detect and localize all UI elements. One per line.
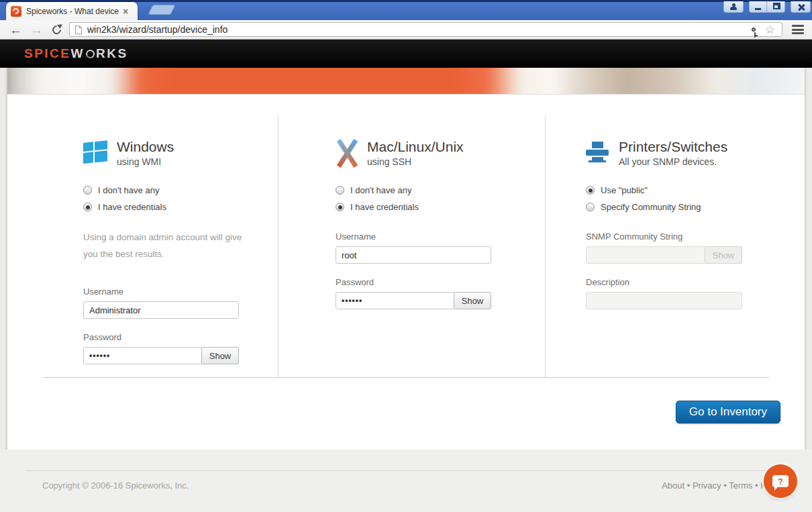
printer-icon	[586, 142, 610, 163]
blurred-banner-image	[7, 68, 805, 95]
browser-tab[interactable]: Spiceworks - What device inf ×	[6, 2, 138, 20]
radio-option-have-credentials[interactable]: I have credentials	[336, 202, 545, 212]
wizard-card: Windows using WMI I don't have any I hav…	[7, 68, 805, 450]
help-bubble-icon: ?	[772, 475, 789, 487]
radio-option-no-credentials[interactable]: I don't have any	[83, 185, 278, 195]
profile-button[interactable]	[723, 1, 744, 13]
close-icon	[797, 3, 805, 11]
spiceworks-logo: SPICEWRKS	[24, 46, 128, 61]
back-button[interactable]: ←	[9, 23, 22, 36]
radio-option-have-credentials[interactable]: I have credentials	[83, 202, 278, 212]
printers-switches-column: Printers/Switches All your SNMP devices.…	[546, 115, 805, 377]
column-title: Windows	[117, 139, 174, 155]
logo-o-icon	[85, 48, 96, 59]
radio-label: I have credentials	[98, 202, 166, 212]
radio-label: I have credentials	[350, 202, 419, 212]
minimize-button[interactable]	[749, 1, 767, 13]
page-icon	[75, 25, 82, 34]
osx-x-logo-icon	[336, 139, 358, 167]
url-text[interactable]: win2k3/wizard/startup/device_info	[87, 24, 752, 35]
footer-link-terms[interactable]: Terms	[721, 480, 753, 491]
person-icon	[729, 3, 738, 10]
radio-label: I don't have any	[350, 185, 411, 195]
radio-icon[interactable]	[586, 203, 595, 211]
help-fab-button[interactable]: ?	[764, 464, 797, 498]
radio-label: I don't have any	[98, 185, 159, 195]
radio-icon[interactable]	[336, 203, 344, 211]
radio-icon[interactable]	[586, 186, 595, 195]
restore-icon	[773, 4, 779, 9]
browser-toolbar: ← → win2k3/wizard/startup/device_info ☆	[0, 20, 812, 40]
content-divider	[43, 377, 770, 378]
column-subtitle: using WMI	[117, 156, 174, 167]
go-to-inventory-button[interactable]: Go to Inventory	[676, 401, 780, 423]
column-subtitle: using SSH	[367, 156, 464, 167]
description-input	[586, 292, 742, 309]
copyright-text: Copyright © 2006-16 Spiceworks, Inc.	[42, 480, 189, 491]
footer-links: AboutPrivacyTermsHelp	[662, 480, 778, 491]
radio-icon[interactable]	[83, 203, 92, 211]
browser-titlebar: Spiceworks - What device inf ×	[0, 0, 812, 20]
password-label: Password	[336, 277, 545, 287]
new-tab-button[interactable]	[148, 5, 175, 15]
windows-logo-icon	[83, 140, 108, 165]
password-label: Password	[83, 332, 278, 342]
radio-option-use-public[interactable]: Use "public"	[586, 185, 805, 195]
refresh-button[interactable]	[50, 23, 62, 36]
show-password-button[interactable]: Show	[454, 292, 491, 309]
windows-column: Windows using WMI I don't have any I hav…	[7, 115, 278, 377]
radio-icon[interactable]	[336, 186, 344, 195]
password-input[interactable]	[83, 347, 202, 364]
footer-link-privacy[interactable]: Privacy	[684, 480, 721, 491]
page-footer: Copyright © 2006-16 Spiceworks, Inc. Abo…	[0, 450, 812, 512]
radio-icon[interactable]	[83, 186, 92, 195]
spiceworks-favicon-icon	[11, 6, 21, 17]
browser-menu-button[interactable]	[792, 25, 804, 34]
radio-option-specify-community-string[interactable]: Specify Community String	[586, 202, 805, 212]
restore-button[interactable]	[767, 1, 785, 13]
username-label: Username	[336, 232, 545, 242]
radio-label: Use "public"	[601, 185, 648, 195]
tab-close-icon[interactable]: ×	[123, 7, 128, 16]
column-title: Printers/Switches	[619, 139, 727, 155]
username-input[interactable]	[83, 301, 239, 319]
mac-linux-unix-column: Mac/Linux/Unix using SSH I don't have an…	[278, 115, 546, 377]
column-subtitle: All your SNMP devices.	[619, 156, 727, 167]
snmp-community-string-label: SNMP Community String	[586, 232, 805, 242]
spiceworks-header: SPICEWRKS	[0, 40, 812, 68]
radio-option-no-credentials[interactable]: I don't have any	[336, 185, 545, 195]
username-label: Username	[83, 287, 278, 297]
bookmark-star-icon[interactable]: ☆	[765, 24, 775, 36]
tab-title: Spiceworks - What device inf	[26, 7, 120, 16]
domain-admin-hint: Using a domain admin account will give y…	[83, 229, 251, 263]
address-bar[interactable]: win2k3/wizard/startup/device_info ☆	[69, 22, 782, 37]
minimize-icon	[755, 8, 761, 10]
radio-label: Specify Community String	[601, 202, 701, 212]
close-button[interactable]	[791, 1, 811, 13]
footer-link-about[interactable]: About	[662, 480, 684, 491]
column-title: Mac/Linux/Unix	[367, 139, 464, 155]
description-label: Description	[586, 277, 805, 287]
show-password-button[interactable]: Show	[201, 347, 239, 364]
show-snmp-button: Show	[705, 246, 742, 264]
password-input[interactable]	[336, 292, 454, 309]
key-icon[interactable]	[752, 28, 756, 32]
username-input[interactable]	[336, 246, 491, 264]
forward-button: →	[30, 23, 43, 36]
